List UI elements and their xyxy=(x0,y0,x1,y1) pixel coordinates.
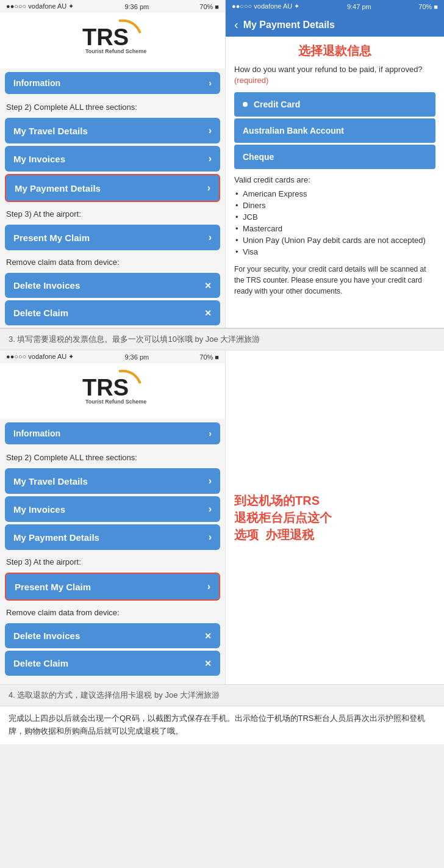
bank-account-label: Australian Bank Account xyxy=(243,126,344,136)
my-travel-details-button[interactable]: My Travel Details › xyxy=(5,118,220,143)
info-chevron-icon-bottom: › xyxy=(209,429,212,438)
svg-text:Tourist Refund Scheme: Tourist Refund Scheme xyxy=(85,399,146,405)
step3-text-bottom: Step 3) At the airport: xyxy=(0,552,225,570)
valid-cards-label: Valid credit cards are: xyxy=(234,175,435,184)
my-travel-details-button-bottom[interactable]: My Travel Details › xyxy=(5,468,220,494)
delete-claim-button-bottom[interactable]: Delete Claim ✕ xyxy=(5,651,220,676)
svg-text:TRS: TRS xyxy=(82,375,129,400)
present-claim-button-top[interactable]: Present My Claim › xyxy=(5,225,220,250)
trs-logo-bottom: TRS Tourist Refund Scheme xyxy=(76,368,149,414)
annotation-2: 4. 选取退款的方式，建议选择信用卡退税 by Joe 大洋洲旅游 xyxy=(0,684,444,706)
delete-invoices-label-bottom: Delete Invoices xyxy=(13,631,80,641)
card-item-amex: American Express xyxy=(234,188,435,200)
delete-claim-button-top[interactable]: Delete Claim ✕ xyxy=(5,300,220,325)
question-text: How do you want your refund to be paid, … xyxy=(234,65,423,74)
travel-details-label: My Travel Details xyxy=(13,126,88,136)
credit-card-option[interactable]: Credit Card xyxy=(234,92,435,117)
delete-invoices-button-bottom[interactable]: Delete Invoices ✕ xyxy=(5,623,220,648)
info-chevron-icon: › xyxy=(209,78,212,88)
information-label-bottom: Information xyxy=(13,429,60,438)
remove-claim-text-top: Remove claim data from device: xyxy=(0,253,225,270)
present-claim-label-top: Present My Claim xyxy=(13,233,90,243)
information-label: Information xyxy=(13,78,60,88)
trs-logo-svg-bottom: TRS Tourist Refund Scheme xyxy=(76,368,149,411)
status-bar-right-top: ●●○○○ vodafone AU ✦ 9:47 pm 70% ■ xyxy=(226,0,444,13)
travel-details-label-bottom: My Travel Details xyxy=(13,476,88,486)
invoices-chevron-icon-bottom: › xyxy=(209,504,212,515)
left-panel-bottom: ●●○○○ vodafone AU ✦ 9:36 pm 70% ■ TRS To… xyxy=(0,350,226,684)
present-claim-chevron-icon-bottom: › xyxy=(207,581,210,592)
time-right-top: 9:47 pm xyxy=(347,3,371,10)
delete-claim-label-bottom: Delete Claim xyxy=(13,658,68,668)
battery-right-top: 70% ■ xyxy=(418,3,438,10)
back-button[interactable]: ‹ xyxy=(234,18,238,32)
card-item-jcb: JCB xyxy=(234,211,435,223)
second-section: ●●○○○ vodafone AU ✦ 9:36 pm 70% ■ TRS To… xyxy=(0,350,444,684)
footer-text: 完成以上四步以后就会出现一个QR码，以截图方式保存在手机。出示给位于机场的TRS… xyxy=(0,706,444,744)
credit-card-label: Credit Card xyxy=(254,99,300,109)
delete-claim-x-icon-bottom: ✕ xyxy=(204,659,212,668)
battery-left-top: 70% ■ xyxy=(199,3,219,10)
payment-details-label: My Payment Details xyxy=(15,183,101,193)
card-item-mastercard: Mastercard xyxy=(234,223,435,234)
step2-text-bottom: Step 2) Complete ALL three sections: xyxy=(0,448,225,466)
left-panel-top: ●●○○○ vodafone AU ✦ 9:36 pm 70% ■ TRS To… xyxy=(0,0,226,328)
logo-area-bottom: TRS Tourist Refund Scheme xyxy=(0,363,225,419)
svg-text:Tourist Refund Scheme: Tourist Refund Scheme xyxy=(85,48,146,54)
status-bar-left-top: ●●○○○ vodafone AU ✦ 9:36 pm 70% ■ xyxy=(0,0,225,13)
delete-claim-label-top: Delete Claim xyxy=(13,308,68,318)
logo-area-top: TRS Tourist Refund Scheme xyxy=(0,13,225,68)
chinese-title: 选择退款信息 xyxy=(234,43,435,59)
bottom-right-annotation-text: 到达机场的TRS退税柜台后点这个选项 办理退税 xyxy=(234,492,332,543)
cheque-label: Cheque xyxy=(243,152,274,162)
security-note: For your security, your credit card deta… xyxy=(234,264,435,297)
present-claim-label-bottom: Present My Claim xyxy=(15,582,91,592)
travel-details-chevron-icon: › xyxy=(209,125,212,136)
information-button[interactable]: Information › xyxy=(5,72,220,94)
delete-invoices-x-icon-bottom: ✕ xyxy=(204,631,212,641)
my-invoices-button-bottom[interactable]: My Invoices › xyxy=(5,496,220,522)
invoices-label-top: My Invoices xyxy=(13,154,65,164)
selected-dot-icon xyxy=(243,102,248,107)
time-left-bottom: 9:36 pm xyxy=(124,353,149,361)
svg-text:TRS: TRS xyxy=(82,24,129,50)
delete-invoices-label-top: Delete Invoices xyxy=(13,280,80,291)
signal-left-bottom: ●●○○○ vodafone AU ✦ xyxy=(6,353,74,361)
trs-logo-svg: TRS Tourist Refund Scheme xyxy=(76,18,149,60)
present-claim-button-bottom[interactable]: Present My Claim › xyxy=(5,573,220,601)
time-left-top: 9:36 pm xyxy=(124,3,149,10)
signal-left-top: ●●○○○ vodafone AU ✦ xyxy=(6,2,74,10)
card-item-diners: Diners xyxy=(234,200,435,211)
bank-account-option[interactable]: Australian Bank Account xyxy=(234,118,435,143)
right-annotation-panel: 到达机场的TRS退税柜台后点这个选项 办理退税 xyxy=(226,350,444,684)
invoices-chevron-icon-top: › xyxy=(209,153,212,164)
remove-claim-text-bottom: Remove claim data from device: xyxy=(0,603,225,621)
payment-details-chevron-icon-bottom: › xyxy=(209,532,212,543)
cheque-option[interactable]: Cheque xyxy=(234,145,435,169)
right-panel-top: ●●○○○ vodafone AU ✦ 9:47 pm 70% ■ ‹ My P… xyxy=(226,0,444,328)
battery-left-bottom: 70% ■ xyxy=(199,353,219,361)
my-invoices-button-top[interactable]: My Invoices › xyxy=(5,146,220,172)
right-header: ‹ My Payment Details xyxy=(226,13,444,37)
delete-invoices-x-icon-top: ✕ xyxy=(204,281,212,291)
card-list: American Express Diners JCB Mastercard U… xyxy=(234,188,435,258)
step3-text-top: Step 3) At the airport: xyxy=(0,204,225,222)
signal-right-top: ●●○○○ vodafone AU ✦ xyxy=(232,2,299,10)
present-claim-chevron-icon-top: › xyxy=(209,232,212,243)
delete-claim-x-icon-top: ✕ xyxy=(204,308,212,318)
travel-details-chevron-icon-bottom: › xyxy=(209,476,212,486)
my-payment-details-button-bottom[interactable]: My Payment Details › xyxy=(5,524,220,550)
delete-invoices-button-top[interactable]: Delete Invoices ✕ xyxy=(5,273,220,298)
payment-details-chevron-icon: › xyxy=(207,183,210,193)
status-bar-left-bottom: ●●○○○ vodafone AU ✦ 9:36 pm 70% ■ xyxy=(0,350,225,363)
my-payment-details-button[interactable]: My Payment Details › xyxy=(5,174,220,202)
information-button-bottom[interactable]: Information › xyxy=(5,422,220,444)
refund-question: How do you want your refund to be paid, … xyxy=(234,64,435,86)
card-item-visa: Visa xyxy=(234,246,435,258)
right-content: 选择退款信息 How do you want your refund to be… xyxy=(226,37,444,303)
trs-logo-top: TRS Tourist Refund Scheme xyxy=(76,18,149,63)
payment-details-label-bottom: My Payment Details xyxy=(13,532,99,543)
invoices-label-bottom: My Invoices xyxy=(13,504,65,515)
header-title: My Payment Details xyxy=(243,20,335,31)
required-text: (required) xyxy=(234,76,268,85)
